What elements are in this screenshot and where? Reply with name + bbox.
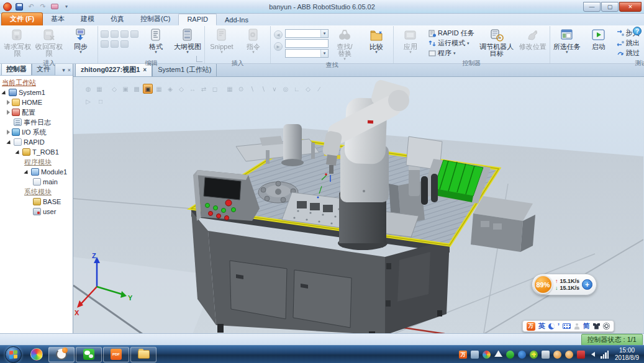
close-button[interactable]: ✕ (619, 2, 642, 12)
tray-app-icon[interactable] (565, 351, 573, 359)
tray-antivirus-icon[interactable] (530, 351, 538, 359)
tree-item-system-modules[interactable]: 系统模块 (2, 187, 73, 197)
tree-item-eventlog[interactable]: 事件日志 (2, 117, 73, 127)
find-scope-input[interactable] (285, 39, 329, 48)
find-replace-button[interactable]: 查找/ 替换 ▾ (329, 27, 360, 61)
widget-plus-button[interactable]: + (582, 279, 592, 290)
restore-button[interactable]: ▢ (601, 2, 619, 12)
robotstudio-taskbar-button[interactable] (48, 347, 75, 362)
snap-origin-icon[interactable]: ◎ (281, 84, 291, 94)
indent-left-icon[interactable] (101, 30, 109, 38)
zoom-fit-icon[interactable]: ▦ (94, 84, 104, 94)
tree-item-rapid[interactable]: RAPID (2, 137, 73, 147)
find-previous-button[interactable]: ◄ (274, 30, 283, 39)
expander-icon[interactable] (24, 169, 29, 175)
measure-icon[interactable]: ∕ (314, 84, 324, 94)
snap-end-icon[interactable]: ∖ (258, 84, 268, 94)
network-speed-widget[interactable]: 89% ↑15.1K/s ↓15.1K/s + (532, 274, 597, 295)
instruction-button[interactable]: 指令 ▾ (238, 27, 269, 59)
tab-addins[interactable]: Add-Ins (217, 15, 256, 25)
tree-item-home[interactable]: HOME (2, 97, 73, 107)
minimize-button[interactable]: — (583, 2, 601, 12)
tree-item-program-modules[interactable]: 程序模块 (2, 157, 73, 167)
select-frame-icon[interactable]: ◻ (210, 84, 220, 94)
tree-item-configuration[interactable]: 配置 (2, 107, 73, 117)
snap-edge-icon[interactable]: ∨ (270, 84, 279, 94)
expander-icon[interactable] (15, 150, 20, 155)
select-group-icon[interactable]: ▦ (154, 84, 164, 94)
tree-current-workstation[interactable]: 当前工作站 (2, 78, 73, 87)
select-surface-icon[interactable]: ▣ (120, 84, 130, 94)
controller-status-badge[interactable]: 控制器状态 : 1/1 (581, 334, 643, 346)
step-over-button[interactable]: 跳过 (615, 48, 642, 58)
tree-item-system1[interactable]: System1 (2, 87, 73, 97)
explorer-taskbar-button[interactable] (130, 347, 156, 362)
ime-settings-gear-icon[interactable] (603, 323, 610, 329)
compare-button[interactable]: 比较 ▾ (361, 27, 392, 59)
expander-icon[interactable] (1, 90, 7, 96)
copy-icon[interactable] (111, 40, 119, 48)
select-body-icon[interactable]: ▩ (132, 84, 142, 94)
step-out-button[interactable]: 跳出 (615, 38, 642, 48)
rapid-tasks-button[interactable]: RAPID 任务 (427, 29, 476, 38)
tab-controller[interactable]: 控制器(C) (132, 13, 178, 25)
edit-dialog-launcher[interactable] (196, 56, 202, 62)
3d-viewport[interactable]: Z X Y ◍ ▦ ◇ ▣ ▩ ▣ ▦ (73, 77, 644, 333)
ime-skin-icon[interactable] (593, 323, 600, 329)
tree-item-main[interactable]: main (2, 177, 73, 187)
tree-item-user[interactable]: user (2, 207, 73, 217)
ime-language-toggle[interactable]: 英 (538, 321, 545, 331)
collapse-ribbon-chevron[interactable]: ^ (627, 28, 629, 34)
tray-bluetooth-icon[interactable] (518, 351, 526, 359)
request-write-access-button[interactable]: 请求写权限 (2, 27, 33, 59)
tree-item-t-rob1[interactable]: T_ROB1 (2, 147, 73, 157)
tab-rapid[interactable]: RAPID (178, 14, 217, 25)
select-move-icon[interactable]: ↔ (188, 84, 197, 94)
tab-file[interactable]: 文件 (F) (1, 12, 43, 25)
find-next-button[interactable]: ► (274, 42, 283, 51)
run-mode-button[interactable]: 运行模式 ▾ (427, 38, 476, 48)
taskbar-clock[interactable]: 15:00 2018/8/9 (612, 347, 639, 362)
snap-ucs-icon[interactable]: ◇ (303, 84, 313, 94)
program-button[interactable]: 程序 ▾ (427, 48, 476, 58)
select-target-icon[interactable]: ◇ (176, 84, 186, 94)
snap-center-icon[interactable]: ⊙ (236, 84, 246, 94)
viewport-play-icon[interactable]: ▷ (83, 96, 93, 106)
tray-sogou-icon[interactable]: 万 (459, 351, 467, 359)
tree-item-io-system[interactable]: I/O 系统 (2, 127, 73, 137)
viewport-stop-icon[interactable]: □ (96, 96, 106, 106)
tab-modeling[interactable]: 建模 (73, 13, 102, 25)
tray-notification-bell-icon[interactable] (494, 351, 502, 359)
expander-icon[interactable] (7, 100, 10, 105)
pdf-taskbar-button[interactable]: PDF (103, 347, 129, 362)
tab-basic[interactable]: 基本 (43, 13, 73, 25)
tray-app-icon[interactable] (553, 351, 561, 359)
format-marks-icon[interactable] (120, 30, 129, 38)
wechat-taskbar-button[interactable] (76, 347, 102, 362)
memory-usage-ball[interactable]: 89% (533, 275, 553, 294)
snippet-button[interactable]: Snippet ▾ (206, 27, 237, 59)
snap-grid-icon[interactable]: ▦ (225, 84, 235, 94)
select-curve-icon[interactable]: ◇ (109, 84, 119, 94)
revoke-write-access-button[interactable]: 收回写权限 (34, 27, 65, 59)
tree-item-module1[interactable]: Module1 (2, 167, 73, 177)
tray-network-signal-icon[interactable] (601, 351, 609, 359)
view-tool-icon[interactable]: ◍ (83, 84, 93, 94)
modify-position-button[interactable]: 修改位置 (517, 27, 548, 59)
ime-softkeyboard-icon[interactable] (563, 323, 571, 329)
expander-icon[interactable] (7, 110, 10, 115)
tray-window-icon[interactable] (542, 351, 550, 359)
tray-photo-icon[interactable] (471, 351, 479, 359)
selected-tasks-button[interactable]: 所选任务 ▾ (551, 27, 583, 59)
apply-button[interactable]: 应用 ▾ (395, 27, 426, 59)
tray-lock-icon[interactable] (577, 351, 585, 359)
outline-view-button[interactable]: 大纲视图 ▾ (172, 27, 203, 59)
comment-icon[interactable] (130, 30, 138, 38)
ime-account-icon[interactable] (574, 323, 580, 329)
start-button[interactable] (5, 346, 22, 363)
format-button[interactable]: 格式 ▾ (140, 27, 171, 59)
ime-simplified-toggle[interactable]: 简 (583, 321, 590, 331)
combo-dropdown-icon[interactable]: ▾ (320, 50, 328, 57)
indent-right-icon[interactable] (111, 30, 119, 38)
cut-icon[interactable] (101, 40, 109, 48)
